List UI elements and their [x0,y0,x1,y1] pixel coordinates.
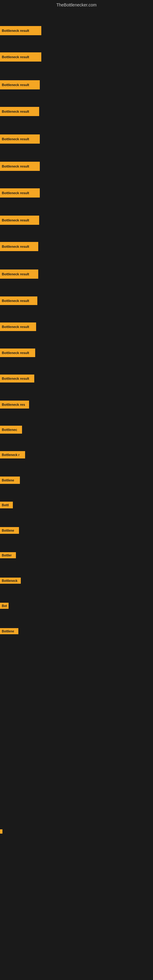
bottleneck-item-16[interactable]: Bottlenec [0,426,22,434]
bottleneck-item-5[interactable]: Bottleneck result [0,134,40,144]
bottleneck-item-20[interactable]: Bottlene [0,527,19,534]
bottleneck-item-4[interactable]: Bottleneck result [0,107,39,116]
bottleneck-item-14[interactable]: Bottleneck result [0,375,34,382]
bottleneck-item-10[interactable]: Bottleneck result [0,269,38,279]
bottleneck-item-17[interactable]: Bottleneck r [0,451,25,458]
bottleneck-item-7[interactable]: Bottleneck result [0,188,40,197]
bottleneck-item-8[interactable]: Bottleneck result [0,216,39,225]
bottleneck-item-25[interactable] [0,829,2,834]
bottleneck-item-24[interactable]: Bottlene [0,628,18,634]
bottleneck-item-3[interactable]: Bottleneck result [0,80,40,89]
bottleneck-item-21[interactable]: Bottler [0,552,16,558]
site-title: TheBottlenecker.com [0,0,153,9]
bottleneck-item-2[interactable]: Bottleneck result [0,52,41,62]
bottleneck-item-13[interactable]: Bottleneck result [0,348,35,357]
bottleneck-item-6[interactable]: Bottleneck result [0,162,40,171]
bottleneck-item-9[interactable]: Bottleneck result [0,242,38,251]
bottleneck-item-15[interactable]: Bottleneck res [0,401,29,409]
bottleneck-item-19[interactable]: Bottl [0,502,13,508]
bottleneck-item-23[interactable]: Bot [0,603,9,609]
bottleneck-item-11[interactable]: Bottleneck result [0,296,37,305]
bottleneck-item-1[interactable]: Bottleneck result [0,26,41,35]
bottleneck-item-18[interactable]: Bottlene [0,477,20,484]
bottleneck-item-12[interactable]: Bottleneck result [0,323,36,331]
bottleneck-item-22[interactable]: Bottleneck [0,578,21,584]
